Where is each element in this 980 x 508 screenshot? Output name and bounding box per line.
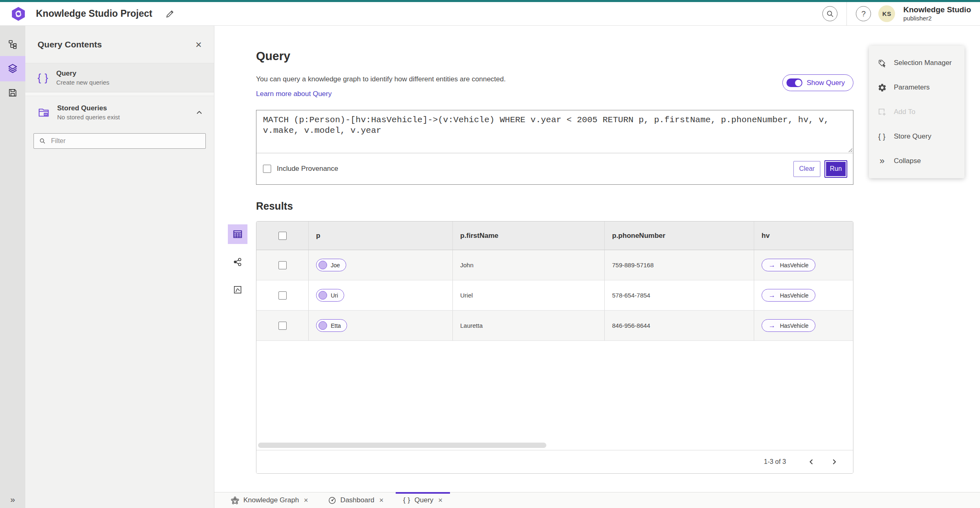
query-item-subtitle: Create new queries	[56, 79, 109, 86]
table-view-icon	[232, 229, 243, 239]
collapse-section-button[interactable]	[194, 108, 204, 116]
store-query-label: Store Query	[894, 132, 931, 141]
column-header-phonenumber[interactable]: p.phoneNumber	[605, 222, 754, 250]
project-title: Knowledge Studio Project	[36, 8, 152, 19]
clear-button[interactable]: Clear	[793, 161, 820, 177]
panel-header: Query Contents ×	[25, 26, 214, 63]
close-tab-icon[interactable]: ×	[304, 497, 308, 504]
gauge-icon	[328, 496, 336, 505]
arrow-right-icon: →	[768, 262, 775, 269]
avatar[interactable]: KS	[878, 5, 895, 22]
collapse-label: Collapse	[894, 157, 921, 165]
curly-braces-icon: { }	[877, 132, 887, 141]
gear-icon	[877, 83, 887, 92]
row-checkbox[interactable]	[278, 291, 287, 300]
help-button[interactable]: ?	[856, 6, 871, 21]
show-query-toggle[interactable]: Show Query	[782, 74, 853, 91]
entity-label: Joe	[331, 262, 340, 269]
results-table: p p.firstName p.phoneNumber hv Joe	[256, 221, 853, 474]
column-header-hv[interactable]: hv	[754, 222, 853, 250]
chart-view-button[interactable]	[228, 280, 247, 300]
node-circle-icon	[318, 291, 327, 300]
row-checkbox[interactable]	[278, 261, 287, 269]
tab-dashboard[interactable]: Dashboard ×	[318, 492, 394, 508]
chevron-right-icon	[831, 459, 837, 465]
close-tab-icon[interactable]: ×	[379, 497, 384, 504]
search-button[interactable]	[822, 6, 837, 21]
bottom-tab-bar: Knowledge Graph × Dashboard × {	[214, 492, 980, 508]
selection-manager-label: Selection Manager	[894, 59, 952, 67]
node-circle-icon	[318, 321, 327, 330]
relationship-pill[interactable]: → HasVehicle	[762, 289, 815, 302]
arrow-right-icon: →	[768, 292, 775, 299]
stored-queries-subtitle: No stored queries exist	[57, 114, 120, 121]
column-header-firstname[interactable]: p.firstName	[453, 222, 605, 250]
question-icon: ?	[861, 10, 866, 18]
query-content: Query You can query a knowledge graph to…	[214, 26, 853, 474]
parameters-label: Parameters	[894, 83, 930, 92]
pagination-label: 1-3 of 3	[764, 458, 786, 465]
panel-item-query[interactable]: { } Query Create new queries	[25, 63, 214, 92]
tab-knowledge-graph[interactable]: Knowledge Graph ×	[221, 492, 318, 508]
parameters-button[interactable]: Parameters	[869, 75, 964, 100]
account-username: publisher2	[903, 15, 971, 22]
selection-manager-button[interactable]: Selection Manager	[869, 51, 964, 75]
entity-pill[interactable]: Uri	[316, 289, 344, 302]
panel-close-button[interactable]: ×	[193, 38, 204, 51]
layers-icon	[7, 63, 18, 74]
entity-label: Etta	[331, 322, 341, 329]
include-provenance-checkbox[interactable]	[263, 165, 271, 173]
graph-view-button[interactable]	[228, 252, 247, 272]
next-page-button[interactable]	[826, 458, 842, 465]
relationship-pill[interactable]: → HasVehicle	[762, 319, 815, 332]
rail-saved-button[interactable]	[0, 81, 25, 104]
column-header-p[interactable]: p	[309, 222, 453, 250]
hierarchy-icon	[7, 39, 18, 50]
include-provenance-label: Include Provenance	[277, 165, 338, 173]
search-icon	[826, 9, 835, 18]
filter-search-icon	[39, 137, 46, 145]
query-tools-panel: Selection Manager Parameters	[869, 46, 964, 178]
query-textarea[interactable]: MATCH (p:Person)-[hv:HasVehicle]->(v:Veh…	[256, 110, 853, 153]
panel-gap	[25, 92, 214, 96]
learn-more-link[interactable]: Learn more about Query	[256, 90, 332, 98]
expand-rail-button[interactable]: »	[0, 494, 25, 505]
toggle-switch-icon	[786, 78, 802, 87]
run-button[interactable]: Run	[824, 160, 847, 178]
entity-pill[interactable]: Etta	[316, 319, 347, 332]
node-circle-icon	[318, 261, 327, 269]
close-tab-icon[interactable]: ×	[438, 497, 443, 504]
close-icon: ×	[196, 38, 202, 51]
relationship-label: HasVehicle	[780, 262, 808, 269]
panel-item-stored-queries[interactable]: Stored Queries No stored queries exist	[25, 96, 214, 127]
table-row: Joe John 759-889-57168 → HasVehicle	[256, 250, 853, 280]
filter-input[interactable]	[33, 133, 206, 149]
relationship-pill[interactable]: → HasVehicle	[762, 259, 815, 271]
curly-braces-icon: { }	[403, 496, 410, 504]
chevron-left-icon	[808, 459, 814, 465]
results-view-switcher	[228, 224, 247, 300]
rail-scheme-button[interactable]	[0, 33, 25, 56]
select-all-checkbox[interactable]	[278, 232, 287, 240]
store-query-button[interactable]: { } Store Query	[869, 124, 964, 149]
graph-view-icon	[233, 257, 243, 267]
rail-layers-button[interactable]	[0, 56, 25, 81]
row-checkbox[interactable]	[278, 322, 287, 330]
account-name: Knowledge Studio	[903, 5, 971, 15]
relationship-label: HasVehicle	[780, 292, 808, 299]
entity-pill[interactable]: Joe	[316, 259, 346, 271]
previous-page-button[interactable]	[803, 458, 820, 465]
tab-query[interactable]: { } Query ×	[393, 492, 452, 508]
table-row: Uri Uriel 578-654-7854 → HasVehicle	[256, 280, 853, 311]
left-icon-rail: »	[0, 26, 25, 508]
table-pagination: 1-3 of 3	[256, 450, 853, 473]
table-view-button[interactable]	[228, 224, 247, 244]
collapse-panel-button[interactable]: » Collapse	[869, 149, 964, 173]
horizontal-scrollbar[interactable]	[258, 443, 546, 448]
curly-braces-icon: { }	[38, 72, 49, 84]
double-chevron-right-icon: »	[10, 495, 15, 504]
query-item-label: Query	[56, 69, 109, 78]
entity-label: Uri	[331, 292, 338, 299]
edit-title-button[interactable]	[163, 7, 177, 21]
table-header-row: p p.firstName p.phoneNumber hv	[256, 222, 853, 250]
